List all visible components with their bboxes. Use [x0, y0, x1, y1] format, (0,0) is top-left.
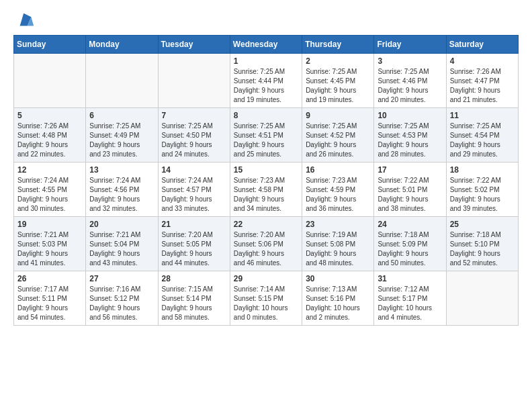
- day-info: Sunrise: 7:15 AM Sunset: 5:14 PM Dayligh…: [162, 285, 226, 322]
- day-number: 15: [234, 165, 298, 175]
- weekday-header: Friday: [374, 36, 446, 54]
- day-info: Sunrise: 7:14 AM Sunset: 5:15 PM Dayligh…: [234, 285, 298, 322]
- day-info: Sunrise: 7:21 AM Sunset: 5:03 PM Dayligh…: [17, 230, 82, 268]
- day-info: Sunrise: 7:20 AM Sunset: 5:06 PM Dayligh…: [234, 230, 298, 268]
- header-row: SundayMondayTuesdayWednesdayThursdayFrid…: [14, 36, 519, 54]
- day-info: Sunrise: 7:25 AM Sunset: 4:54 PM Dayligh…: [450, 122, 515, 159]
- day-number: 7: [162, 111, 226, 120]
- day-number: 13: [89, 165, 154, 175]
- calendar-cell: [158, 54, 230, 108]
- day-number: 29: [234, 274, 298, 283]
- calendar-cell: 18Sunrise: 7:22 AM Sunset: 5:02 PM Dayli…: [446, 163, 518, 217]
- calendar-cell: 4Sunrise: 7:26 AM Sunset: 4:47 PM Daylig…: [446, 54, 518, 108]
- header: [13, 11, 519, 30]
- logo: [13, 11, 35, 30]
- day-number: 9: [306, 111, 370, 120]
- calendar-cell: 26Sunrise: 7:17 AM Sunset: 5:11 PM Dayli…: [14, 271, 86, 326]
- calendar-cell: 28Sunrise: 7:15 AM Sunset: 5:14 PM Dayli…: [158, 271, 230, 326]
- day-number: 19: [17, 220, 82, 229]
- calendar-cell: 27Sunrise: 7:16 AM Sunset: 5:12 PM Dayli…: [86, 271, 158, 326]
- calendar-cell: 7Sunrise: 7:25 AM Sunset: 4:50 PM Daylig…: [158, 108, 230, 163]
- day-info: Sunrise: 7:20 AM Sunset: 5:05 PM Dayligh…: [162, 230, 226, 268]
- day-number: 16: [306, 165, 370, 175]
- day-info: Sunrise: 7:25 AM Sunset: 4:52 PM Dayligh…: [306, 122, 370, 159]
- calendar-cell: 16Sunrise: 7:23 AM Sunset: 4:59 PM Dayli…: [302, 163, 374, 217]
- calendar-cell: 5Sunrise: 7:26 AM Sunset: 4:48 PM Daylig…: [14, 108, 86, 163]
- day-number: 10: [378, 111, 442, 120]
- calendar-cell: [14, 54, 86, 108]
- day-number: 11: [450, 111, 515, 120]
- weekday-header: Wednesday: [230, 36, 302, 54]
- day-number: 26: [17, 274, 82, 283]
- calendar-cell: 30Sunrise: 7:13 AM Sunset: 5:16 PM Dayli…: [302, 271, 374, 326]
- day-info: Sunrise: 7:21 AM Sunset: 5:04 PM Dayligh…: [89, 230, 154, 268]
- day-info: Sunrise: 7:25 AM Sunset: 4:53 PM Dayligh…: [378, 122, 442, 159]
- day-number: 8: [234, 111, 298, 120]
- calendar-row: 19Sunrise: 7:21 AM Sunset: 5:03 PM Dayli…: [14, 217, 519, 271]
- day-number: 2: [306, 56, 370, 66]
- day-number: 17: [378, 165, 442, 175]
- calendar-cell: 19Sunrise: 7:21 AM Sunset: 5:03 PM Dayli…: [14, 217, 86, 271]
- calendar-row: 12Sunrise: 7:24 AM Sunset: 4:55 PM Dayli…: [14, 163, 519, 217]
- calendar-cell: 8Sunrise: 7:25 AM Sunset: 4:51 PM Daylig…: [230, 108, 302, 163]
- day-info: Sunrise: 7:25 AM Sunset: 4:45 PM Dayligh…: [306, 67, 370, 105]
- weekday-header: Sunday: [14, 36, 86, 54]
- calendar-cell: 22Sunrise: 7:20 AM Sunset: 5:06 PM Dayli…: [230, 217, 302, 271]
- day-info: Sunrise: 7:12 AM Sunset: 5:17 PM Dayligh…: [378, 285, 442, 322]
- calendar-cell: 20Sunrise: 7:21 AM Sunset: 5:04 PM Dayli…: [86, 217, 158, 271]
- calendar-cell: 12Sunrise: 7:24 AM Sunset: 4:55 PM Dayli…: [14, 163, 86, 217]
- calendar-cell: 21Sunrise: 7:20 AM Sunset: 5:05 PM Dayli…: [158, 217, 230, 271]
- day-number: 22: [234, 220, 298, 229]
- day-info: Sunrise: 7:17 AM Sunset: 5:11 PM Dayligh…: [17, 285, 82, 322]
- day-number: 25: [450, 220, 515, 229]
- calendar-cell: 15Sunrise: 7:23 AM Sunset: 4:58 PM Dayli…: [230, 163, 302, 217]
- day-number: 20: [89, 220, 154, 229]
- day-number: 14: [162, 165, 226, 175]
- day-number: 18: [450, 165, 515, 175]
- day-info: Sunrise: 7:22 AM Sunset: 5:02 PM Dayligh…: [450, 176, 515, 214]
- calendar-cell: 31Sunrise: 7:12 AM Sunset: 5:17 PM Dayli…: [374, 271, 446, 326]
- calendar-page: SundayMondayTuesdayWednesdayThursdayFrid…: [0, 0, 532, 336]
- day-number: 23: [306, 220, 370, 229]
- day-info: Sunrise: 7:25 AM Sunset: 4:49 PM Dayligh…: [89, 122, 154, 159]
- calendar-cell: 24Sunrise: 7:18 AM Sunset: 5:09 PM Dayli…: [374, 217, 446, 271]
- day-number: 28: [162, 274, 226, 283]
- day-number: 27: [89, 274, 154, 283]
- day-info: Sunrise: 7:23 AM Sunset: 4:58 PM Dayligh…: [234, 176, 298, 214]
- calendar-cell: [446, 271, 518, 326]
- day-info: Sunrise: 7:18 AM Sunset: 5:09 PM Dayligh…: [378, 230, 442, 268]
- calendar-cell: 3Sunrise: 7:25 AM Sunset: 4:46 PM Daylig…: [374, 54, 446, 108]
- calendar-cell: 17Sunrise: 7:22 AM Sunset: 5:01 PM Dayli…: [374, 163, 446, 217]
- calendar-table: SundayMondayTuesdayWednesdayThursdayFrid…: [13, 35, 519, 326]
- calendar-cell: 2Sunrise: 7:25 AM Sunset: 4:45 PM Daylig…: [302, 54, 374, 108]
- calendar-cell: 29Sunrise: 7:14 AM Sunset: 5:15 PM Dayli…: [230, 271, 302, 326]
- day-info: Sunrise: 7:26 AM Sunset: 4:48 PM Dayligh…: [17, 122, 82, 159]
- day-number: 24: [378, 220, 442, 229]
- calendar-cell: 9Sunrise: 7:25 AM Sunset: 4:52 PM Daylig…: [302, 108, 374, 163]
- calendar-cell: 25Sunrise: 7:18 AM Sunset: 5:10 PM Dayli…: [446, 217, 518, 271]
- calendar-cell: 6Sunrise: 7:25 AM Sunset: 4:49 PM Daylig…: [86, 108, 158, 163]
- day-info: Sunrise: 7:24 AM Sunset: 4:55 PM Dayligh…: [17, 176, 82, 214]
- calendar-row: 1Sunrise: 7:25 AM Sunset: 4:44 PM Daylig…: [14, 54, 519, 108]
- day-info: Sunrise: 7:18 AM Sunset: 5:10 PM Dayligh…: [450, 230, 515, 268]
- day-info: Sunrise: 7:19 AM Sunset: 5:08 PM Dayligh…: [306, 230, 370, 268]
- day-number: 30: [306, 274, 370, 283]
- weekday-header: Tuesday: [158, 36, 230, 54]
- calendar-cell: 23Sunrise: 7:19 AM Sunset: 5:08 PM Dayli…: [302, 217, 374, 271]
- day-info: Sunrise: 7:16 AM Sunset: 5:12 PM Dayligh…: [89, 285, 154, 322]
- calendar-cell: 1Sunrise: 7:25 AM Sunset: 4:44 PM Daylig…: [230, 54, 302, 108]
- calendar-cell: 14Sunrise: 7:24 AM Sunset: 4:57 PM Dayli…: [158, 163, 230, 217]
- day-info: Sunrise: 7:25 AM Sunset: 4:50 PM Dayligh…: [162, 122, 226, 159]
- day-number: 3: [378, 56, 442, 66]
- day-info: Sunrise: 7:24 AM Sunset: 4:57 PM Dayligh…: [162, 176, 226, 214]
- day-number: 5: [17, 111, 82, 120]
- calendar-row: 5Sunrise: 7:26 AM Sunset: 4:48 PM Daylig…: [14, 108, 519, 163]
- calendar-cell: [86, 54, 158, 108]
- day-number: 4: [450, 56, 515, 66]
- weekday-header: Saturday: [446, 36, 518, 54]
- day-info: Sunrise: 7:25 AM Sunset: 4:51 PM Dayligh…: [234, 122, 298, 159]
- day-info: Sunrise: 7:23 AM Sunset: 4:59 PM Dayligh…: [306, 176, 370, 214]
- day-info: Sunrise: 7:25 AM Sunset: 4:46 PM Dayligh…: [378, 67, 442, 105]
- day-info: Sunrise: 7:25 AM Sunset: 4:44 PM Dayligh…: [234, 67, 298, 105]
- calendar-cell: 10Sunrise: 7:25 AM Sunset: 4:53 PM Dayli…: [374, 108, 446, 163]
